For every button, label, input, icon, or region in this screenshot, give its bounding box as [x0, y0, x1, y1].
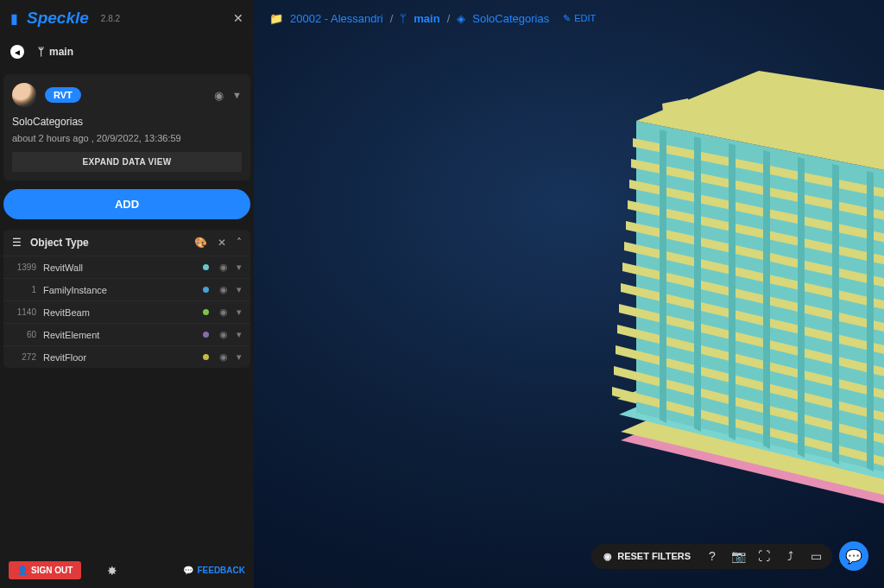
- folder-icon: 📁: [269, 12, 283, 25]
- color-dot: [203, 287, 209, 293]
- breadcrumb-project[interactable]: 20002 - Alessandri: [290, 12, 383, 25]
- type-name: FamilyInstance: [43, 285, 196, 295]
- feedback-label: FEEDBACK: [197, 566, 245, 575]
- cube-icon: ▮: [10, 10, 18, 27]
- type-count: 1: [12, 285, 36, 294]
- edit-link[interactable]: ✎ EDIT: [563, 13, 596, 24]
- eye-icon[interactable]: ◉: [219, 329, 228, 340]
- pencil-icon: ✎: [563, 13, 571, 24]
- type-name: RevitWall: [43, 262, 196, 273]
- type-count: 272: [12, 352, 36, 362]
- type-row[interactable]: 60RevitElement◉▾: [3, 323, 250, 345]
- commit-head: RVT ◉ ▼: [12, 83, 242, 107]
- breadcrumb-sep: /: [447, 12, 451, 25]
- branch-fork-icon: ᛘ: [400, 12, 407, 25]
- box-icon[interactable]: ▭: [806, 549, 825, 563]
- svg-marker-33: [660, 130, 666, 423]
- theme-icon[interactable]: ✸: [107, 564, 117, 578]
- model-3d[interactable]: [560, 69, 884, 535]
- filter-panel: ☰ Object Type 🎨 ✕ ˄ 1399RevitWall◉▾1Fami…: [3, 230, 250, 368]
- reset-filters-button[interactable]: ◉ RESET FILTERS: [598, 549, 696, 564]
- back-icon[interactable]: ◄: [10, 45, 24, 59]
- reset-label: RESET FILTERS: [617, 551, 691, 561]
- breadcrumb-branch[interactable]: main: [414, 12, 439, 25]
- eye-icon[interactable]: ◉: [219, 284, 228, 295]
- filter-icon[interactable]: ▾: [237, 284, 242, 295]
- branch-fork-icon: ᛘ: [38, 46, 44, 58]
- feedback-link[interactable]: 💬 FEEDBACK: [183, 566, 245, 575]
- eye-icon[interactable]: ◉: [219, 307, 228, 318]
- signout-button[interactable]: 👤 SIGN OUT: [9, 561, 81, 579]
- filter-list-icon[interactable]: ☰: [12, 237, 22, 249]
- commit-title: SoloCategorias: [12, 116, 242, 128]
- type-name: RevitFloor: [43, 352, 196, 363]
- commit-icon: ◈: [457, 12, 465, 25]
- color-dot: [203, 309, 209, 315]
- svg-marker-38: [832, 164, 839, 465]
- svg-marker-37: [798, 157, 805, 458]
- type-row[interactable]: 1FamilyInstance◉▾: [3, 278, 250, 300]
- type-name: RevitElement: [43, 330, 196, 340]
- commit-timestamp: about 2 hours ago , 20/9/2022, 13:36:59: [12, 133, 242, 143]
- breadcrumb: 📁 20002 - Alessandri / ᛘ main / ◈ SoloCa…: [254, 0, 884, 37]
- breadcrumb-sep: /: [390, 12, 394, 25]
- color-dot: [203, 354, 209, 360]
- sidebar-header: ▮ Speckle 2.8.2 ✕: [0, 0, 254, 36]
- filter-icon[interactable]: ▾: [237, 307, 242, 318]
- sidebar: ▮ Speckle 2.8.2 ✕ ◄ ᛘ main RVT ◉ ▼ SoloC…: [0, 0, 254, 588]
- svg-marker-34: [694, 136, 701, 432]
- branch-name: main: [49, 46, 73, 58]
- fullscreen-icon[interactable]: ⛶: [755, 549, 774, 563]
- logo-text: Speckle: [27, 9, 89, 28]
- comment-fab[interactable]: 💬: [839, 541, 868, 571]
- type-count: 1399: [12, 262, 36, 272]
- type-name: RevitBeam: [43, 307, 196, 318]
- visibility-icon[interactable]: ◉: [214, 89, 224, 102]
- filter-header: ☰ Object Type 🎨 ✕ ˄: [3, 230, 250, 256]
- close-filter-icon[interactable]: ✕: [218, 237, 226, 249]
- filter-title: Object Type: [30, 237, 89, 249]
- avatar[interactable]: [12, 83, 36, 107]
- help-icon[interactable]: ?: [703, 549, 722, 563]
- svg-marker-36: [763, 150, 770, 449]
- filter-icon[interactable]: ▼: [232, 90, 242, 100]
- eye-icon[interactable]: ◉: [219, 351, 228, 363]
- viewport-toolbar: ◉ RESET FILTERS ? 📷 ⛶ ⤴ ▭ 💬: [591, 541, 868, 571]
- signout-label: SIGN OUT: [31, 566, 73, 575]
- viewport[interactable]: 📁 20002 - Alessandri / ᛘ main / ◈ SoloCa…: [254, 0, 884, 588]
- svg-marker-35: [729, 143, 736, 440]
- sidebar-bottom: 👤 SIGN OUT ✸ 💬 FEEDBACK: [0, 554, 254, 588]
- expand-data-button[interactable]: EXPAND DATA VIEW: [12, 152, 242, 172]
- branch-label[interactable]: ᛘ main: [38, 46, 73, 58]
- edit-label: EDIT: [574, 13, 596, 24]
- type-row[interactable]: 1399RevitWall◉▾: [3, 256, 250, 278]
- color-dot: [203, 264, 209, 270]
- version-label: 2.8.2: [101, 14, 120, 23]
- close-icon[interactable]: ✕: [233, 11, 243, 25]
- palette-icon[interactable]: 🎨: [194, 237, 207, 249]
- type-count: 60: [12, 330, 36, 339]
- filter-icon[interactable]: ▾: [237, 329, 242, 340]
- person-icon: 👤: [17, 566, 28, 575]
- filter-icon[interactable]: ▾: [237, 351, 242, 363]
- svg-marker-39: [867, 171, 874, 471]
- branch-row: ◄ ᛘ main: [0, 36, 254, 67]
- add-button[interactable]: ADD: [3, 189, 250, 219]
- eye-icon[interactable]: ◉: [219, 262, 228, 273]
- eye-icon: ◉: [603, 551, 612, 562]
- commit-card: RVT ◉ ▼ SoloCategorias about 2 hours ago…: [3, 74, 250, 180]
- source-chip[interactable]: RVT: [45, 87, 81, 103]
- filter-icon[interactable]: ▾: [237, 262, 242, 273]
- chat-icon: 💬: [183, 566, 193, 575]
- type-row[interactable]: 272RevitFloor◉▾: [3, 345, 250, 368]
- type-row[interactable]: 1140RevitBeam◉▾: [3, 300, 250, 323]
- type-count: 1140: [12, 307, 36, 317]
- chevron-up-icon[interactable]: ˄: [237, 237, 242, 249]
- color-dot: [203, 332, 209, 338]
- camera-icon[interactable]: 📷: [729, 549, 748, 563]
- breadcrumb-commit[interactable]: SoloCategorias: [472, 12, 549, 25]
- share-icon[interactable]: ⤴: [780, 549, 799, 563]
- toolbar-pill: ◉ RESET FILTERS ? 📷 ⛶ ⤴ ▭: [591, 544, 832, 569]
